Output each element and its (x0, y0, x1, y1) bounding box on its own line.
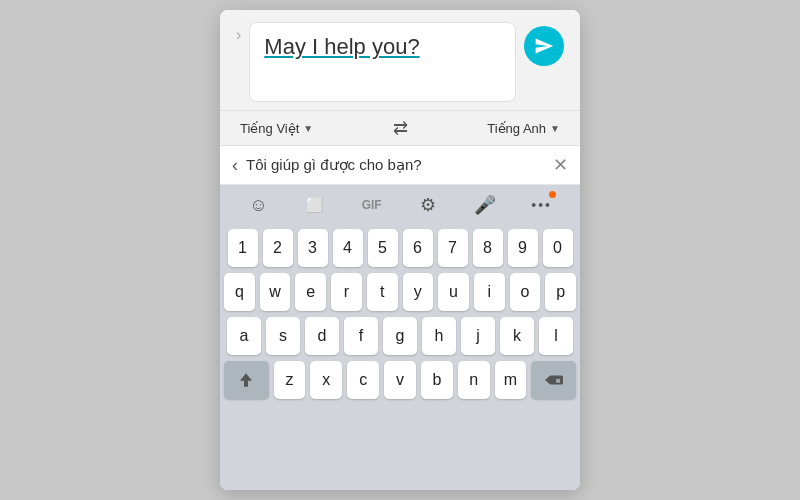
gif-toolbar-button[interactable]: GIF (358, 191, 386, 219)
qwerty-row: q w e r t y u i o p (224, 273, 576, 311)
key-u[interactable]: u (438, 273, 469, 311)
asdf-row: a s d f g h j k l (224, 317, 576, 355)
back-icon[interactable]: ‹ (232, 155, 238, 176)
key-h[interactable]: h (422, 317, 456, 355)
backspace-key[interactable] (531, 361, 576, 399)
translation-input[interactable] (246, 157, 545, 174)
phone-frame: › May I help you? Tiếng Việt ▼ ⇄ Tiếng A… (220, 10, 580, 490)
mic-icon: 🎤 (474, 194, 496, 216)
key-t[interactable]: t (367, 273, 398, 311)
key-1[interactable]: 1 (228, 229, 258, 267)
key-x[interactable]: x (310, 361, 342, 399)
send-icon (534, 36, 554, 56)
key-6[interactable]: 6 (403, 229, 433, 267)
key-o[interactable]: o (510, 273, 541, 311)
key-e[interactable]: e (295, 273, 326, 311)
key-p[interactable]: p (545, 273, 576, 311)
key-q[interactable]: q (224, 273, 255, 311)
key-m[interactable]: m (495, 361, 527, 399)
sticker-icon: ⬜ (306, 197, 323, 213)
zxcv-row: z x c v b n m (224, 361, 576, 399)
send-button[interactable] (524, 26, 564, 66)
target-language-label: Tiếng Anh (487, 121, 546, 136)
clear-input-icon[interactable]: ✕ (553, 154, 568, 176)
source-language-selector[interactable]: Tiếng Việt ▼ (240, 121, 313, 136)
notification-dot (549, 191, 556, 198)
settings-toolbar-button[interactable]: ⚙ (414, 191, 442, 219)
emoji-toolbar-button[interactable]: ☺ (244, 191, 272, 219)
emoji-icon: ☺ (249, 195, 267, 216)
translated-text-box: May I help you? (249, 22, 516, 102)
key-c[interactable]: c (347, 361, 379, 399)
key-l[interactable]: l (539, 317, 573, 355)
key-y[interactable]: y (403, 273, 434, 311)
key-b[interactable]: b (421, 361, 453, 399)
key-4[interactable]: 4 (333, 229, 363, 267)
translation-output: › May I help you? (220, 10, 580, 110)
key-8[interactable]: 8 (473, 229, 503, 267)
swap-languages-icon[interactable]: ⇄ (393, 117, 408, 139)
key-0[interactable]: 0 (543, 229, 573, 267)
keyboard-toolbar: ☺ ⬜ GIF ⚙ 🎤 ••• (220, 185, 580, 225)
target-language-selector[interactable]: Tiếng Anh ▼ (487, 121, 560, 136)
source-lang-dropdown-icon: ▼ (303, 123, 313, 134)
gear-icon: ⚙ (420, 194, 436, 216)
key-v[interactable]: v (384, 361, 416, 399)
key-7[interactable]: 7 (438, 229, 468, 267)
sticker-toolbar-button[interactable]: ⬜ (301, 191, 329, 219)
target-lang-dropdown-icon: ▼ (550, 123, 560, 134)
key-3[interactable]: 3 (298, 229, 328, 267)
key-k[interactable]: k (500, 317, 534, 355)
keyboard: 1 2 3 4 5 6 7 8 9 0 q w e r t y u i o p … (220, 225, 580, 490)
key-n[interactable]: n (458, 361, 490, 399)
key-d[interactable]: d (305, 317, 339, 355)
language-bar: Tiếng Việt ▼ ⇄ Tiếng Anh ▼ (220, 110, 580, 146)
backspace-icon (545, 373, 563, 387)
key-w[interactable]: w (260, 273, 291, 311)
more-toolbar-button[interactable]: ••• (528, 191, 556, 219)
chevron-right-icon: › (236, 26, 241, 44)
translated-text: May I help you? (264, 34, 419, 59)
key-5[interactable]: 5 (368, 229, 398, 267)
gif-icon: GIF (362, 198, 382, 212)
key-j[interactable]: j (461, 317, 495, 355)
key-f[interactable]: f (344, 317, 378, 355)
key-g[interactable]: g (383, 317, 417, 355)
key-9[interactable]: 9 (508, 229, 538, 267)
mic-toolbar-button[interactable]: 🎤 (471, 191, 499, 219)
shift-key[interactable] (224, 361, 269, 399)
key-s[interactable]: s (266, 317, 300, 355)
input-bar: ‹ ✕ (220, 146, 580, 185)
more-icon: ••• (531, 197, 552, 213)
key-2[interactable]: 2 (263, 229, 293, 267)
key-r[interactable]: r (331, 273, 362, 311)
source-language-label: Tiếng Việt (240, 121, 299, 136)
number-row: 1 2 3 4 5 6 7 8 9 0 (224, 229, 576, 267)
shift-icon (238, 372, 254, 388)
key-z[interactable]: z (274, 361, 306, 399)
key-i[interactable]: i (474, 273, 505, 311)
key-a[interactable]: a (227, 317, 261, 355)
